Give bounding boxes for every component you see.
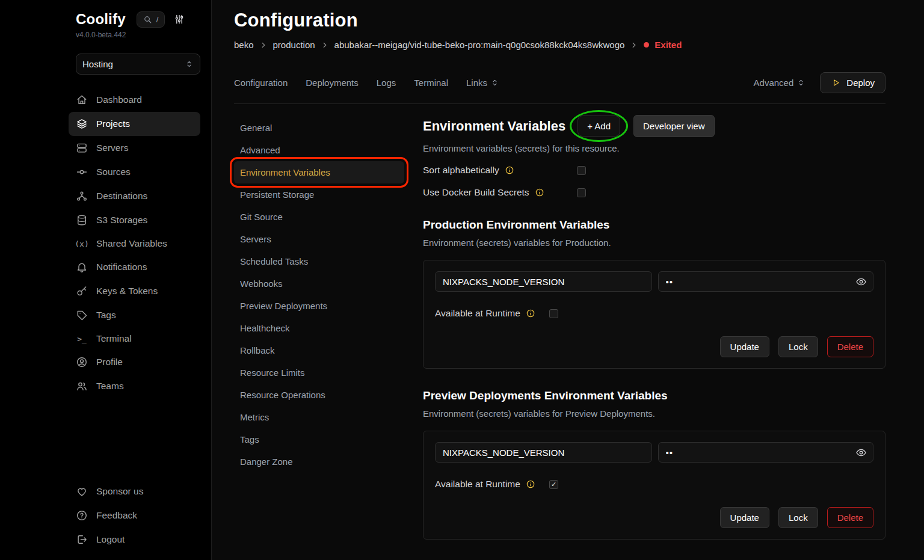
env-value-field	[658, 442, 874, 463]
sidebar-item-keys-tokens[interactable]: Keys & Tokens	[69, 279, 200, 303]
breadcrumb-resource[interactable]: abubakar--meigag/vid-tube-beko-pro:main-…	[334, 40, 625, 50]
subnav-item-persistent-storage[interactable]: Persistent Storage	[234, 183, 404, 206]
sidebar-item-sponsor[interactable]: Sponsor us	[69, 479, 200, 503]
logout-icon	[76, 534, 88, 546]
sidebar-item-tags[interactable]: Tags	[69, 303, 200, 327]
sidebar-item-label: Shared Variables	[96, 238, 167, 249]
info-icon[interactable]	[505, 165, 514, 175]
sidebar-item-terminal[interactable]: >_ Terminal	[69, 327, 200, 350]
subnav-item-metrics[interactable]: Metrics	[234, 406, 404, 428]
breadcrumb-project[interactable]: beko	[234, 40, 254, 50]
sidebar-item-logout[interactable]: Logout	[69, 528, 200, 552]
tab-deployments[interactable]: Deployments	[306, 78, 359, 88]
sidebar-nav: Dashboard Projects Servers Sources Desti…	[69, 88, 200, 398]
info-icon[interactable]	[535, 188, 544, 197]
sidebar-item-teams[interactable]: Teams	[69, 374, 200, 398]
available-at-runtime-checkbox[interactable]: ✓	[549, 480, 558, 489]
subnav-item-scheduled-tasks[interactable]: Scheduled Tasks	[234, 250, 404, 272]
sidebar-item-label: S3 Storages	[96, 215, 147, 226]
developer-view-button[interactable]: Developer view	[633, 115, 715, 137]
coolify-logo[interactable]: Coolify	[76, 11, 126, 28]
tag-icon	[76, 309, 88, 321]
tab-configuration[interactable]: Configuration	[234, 78, 288, 88]
sort-alphabetically-checkbox[interactable]	[577, 166, 586, 175]
lock-button[interactable]: Lock	[778, 507, 818, 528]
available-at-runtime-row: Available at Runtime	[435, 308, 873, 319]
terminal-icon: >_	[76, 334, 88, 343]
advanced-select-label: Advanced	[754, 78, 794, 88]
status-badge: Exited	[654, 40, 682, 50]
tab-links[interactable]: Links	[466, 78, 499, 88]
available-at-runtime-label: Available at Runtime	[435, 479, 549, 490]
team-select-value: Hosting	[82, 59, 113, 69]
sort-alphabetically-label: Sort alphabetically	[423, 165, 577, 176]
sidebar-item-dashboard[interactable]: Dashboard	[69, 88, 200, 112]
eye-icon[interactable]	[855, 276, 867, 288]
chevron-updown-icon	[796, 78, 805, 87]
add-env-var-button[interactable]: + Add	[578, 115, 620, 137]
sidebar-item-shared-variables[interactable]: (x) Shared Variables	[69, 232, 200, 255]
subnav-item-servers[interactable]: Servers	[234, 228, 404, 250]
users-icon	[76, 380, 88, 392]
check-icon: ✓	[551, 481, 556, 488]
sidebar-item-s3-storages[interactable]: S3 Storages	[69, 208, 200, 232]
sidebar-item-label: Projects	[96, 118, 130, 129]
subnav-item-resource-limits[interactable]: Resource Limits	[234, 362, 404, 384]
lock-button[interactable]: Lock	[778, 336, 818, 357]
available-at-runtime-text: Available at Runtime	[435, 308, 520, 319]
sidebar-item-label: Logout	[96, 534, 125, 545]
sidebar-item-projects[interactable]: Projects	[69, 112, 200, 136]
search-button[interactable]: /	[137, 11, 165, 28]
subnav-item-advanced[interactable]: Advanced	[234, 139, 404, 161]
env-value-input[interactable]	[666, 448, 856, 458]
config-subnav: General Advanced Environment Variables P…	[234, 104, 404, 560]
available-at-runtime-checkbox[interactable]	[549, 309, 558, 318]
network-icon	[76, 190, 88, 202]
info-icon[interactable]	[526, 479, 535, 489]
adjustments-icon[interactable]	[173, 13, 185, 25]
sidebar-item-servers[interactable]: Servers	[69, 136, 200, 160]
docker-build-secrets-checkbox[interactable]	[577, 188, 586, 197]
tabs-row: Configuration Deployments Logs Terminal …	[234, 72, 886, 93]
chevron-right-icon	[321, 41, 329, 49]
sidebar-item-profile[interactable]: Profile	[69, 350, 200, 374]
env-value-input[interactable]	[666, 277, 856, 287]
info-icon[interactable]	[526, 309, 535, 318]
app-root: Coolify / v4.0.0-beta.442 Hosting	[0, 0, 924, 560]
sidebar-item-destinations[interactable]: Destinations	[69, 184, 200, 208]
env-key-input[interactable]	[435, 271, 652, 292]
breadcrumb-environment[interactable]: production	[273, 40, 315, 50]
team-select[interactable]: Hosting	[76, 54, 200, 75]
deploy-button-label: Deploy	[846, 78, 875, 88]
sidebar-item-feedback[interactable]: Feedback	[69, 503, 200, 528]
subnav-item-git-source[interactable]: Git Source	[234, 206, 404, 228]
sidebar-item-sources[interactable]: Sources	[69, 160, 200, 184]
variable-icon: (x)	[76, 239, 88, 248]
subnav-item-environment-variables[interactable]: Environment Variables	[234, 161, 404, 183]
configuration-body: General Advanced Environment Variables P…	[234, 104, 886, 560]
subnav-item-rollback[interactable]: Rollback	[234, 339, 404, 362]
subnav-item-tags[interactable]: Tags	[234, 428, 404, 451]
advanced-select[interactable]: Advanced	[754, 78, 806, 88]
bell-icon	[76, 261, 88, 273]
status-dot	[644, 42, 649, 48]
subnav-item-webhooks[interactable]: Webhooks	[234, 272, 404, 295]
subnav-item-resource-operations[interactable]: Resource Operations	[234, 384, 404, 406]
docker-build-secrets-text: Use Docker Build Secrets	[423, 187, 529, 198]
sidebar-item-label: Notifications	[96, 262, 147, 272]
tab-terminal[interactable]: Terminal	[414, 78, 448, 88]
tabs-right-actions: Advanced Deploy	[754, 72, 886, 93]
tab-logs[interactable]: Logs	[377, 78, 396, 88]
subnav-item-general[interactable]: General	[234, 117, 404, 139]
update-button[interactable]: Update	[720, 507, 769, 528]
delete-button[interactable]: Delete	[827, 507, 873, 528]
subnav-item-danger-zone[interactable]: Danger Zone	[234, 451, 404, 473]
update-button[interactable]: Update	[720, 336, 769, 357]
deploy-button[interactable]: Deploy	[820, 72, 886, 93]
subnav-item-healthcheck[interactable]: Healthcheck	[234, 317, 404, 339]
env-key-input[interactable]	[435, 442, 652, 463]
eye-icon[interactable]	[855, 447, 867, 458]
sidebar-item-notifications[interactable]: Notifications	[69, 255, 200, 279]
subnav-item-preview-deployments[interactable]: Preview Deployments	[234, 295, 404, 317]
delete-button[interactable]: Delete	[827, 336, 873, 357]
